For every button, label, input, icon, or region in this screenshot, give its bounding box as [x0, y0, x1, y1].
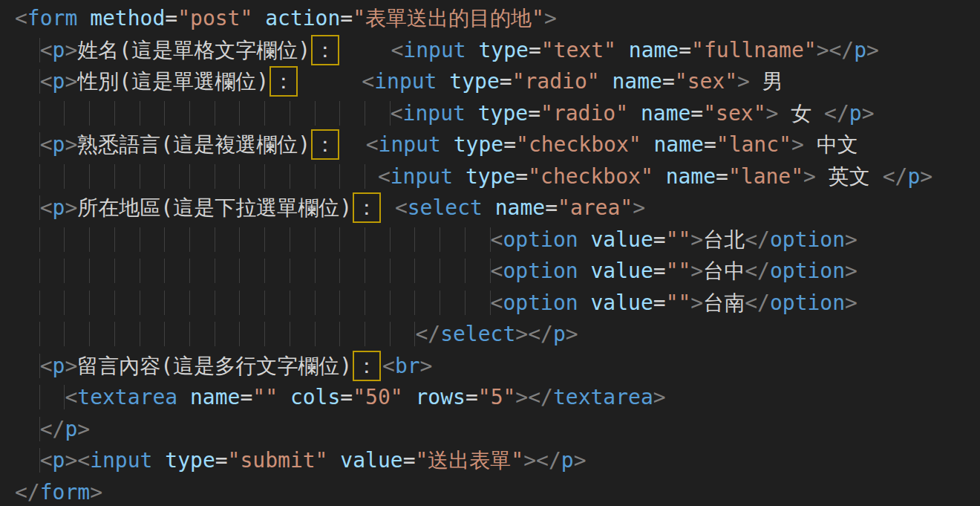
- punctuation-token: <: [491, 227, 503, 252]
- punctuation-token: >: [515, 385, 528, 409]
- tag-name-token: input: [391, 164, 453, 189]
- punctuation-token: >: [566, 322, 578, 346]
- text-content-token: 性別(這是單選欄位): [77, 69, 269, 94]
- string-value-token: "5": [478, 385, 516, 409]
- indent-guides: [15, 195, 40, 220]
- attribute-name-token: rows: [415, 385, 465, 409]
- tag-name-token: input: [90, 448, 152, 473]
- punctuation-token: >: [920, 164, 932, 189]
- code-line: <input type="checkbox" name="lane"> 英文 <…: [15, 161, 980, 193]
- attribute-name-token: type: [165, 448, 215, 473]
- punctuation-token: <: [391, 101, 403, 126]
- punctuation-token: <: [378, 164, 391, 189]
- string-value-token: "checkbox": [516, 132, 641, 157]
- punctuation-token: >: [862, 101, 875, 126]
- tag-name-token: input: [379, 132, 441, 157]
- punctuation-token: >: [737, 69, 750, 94]
- punctuation-token: </: [415, 322, 440, 346]
- equals-token: =: [466, 385, 478, 409]
- attribute-name-token: name: [190, 385, 240, 409]
- punctuation-token: >: [690, 259, 703, 283]
- string-value-token: "lanc": [716, 132, 791, 157]
- equals-token: =: [653, 291, 666, 315]
- text-content-token: [466, 38, 479, 62]
- text-content-token: [382, 195, 395, 220]
- string-value-token: "送出表單": [415, 448, 523, 473]
- indent-guides: [15, 259, 491, 283]
- tag-name-token: input: [374, 69, 437, 94]
- punctuation-token: >: [65, 195, 77, 220]
- equals-token: =: [545, 195, 558, 220]
- punctuation-token: >: [515, 322, 528, 346]
- equals-token: =: [340, 385, 353, 409]
- code-editor[interactable]: <form method="post" action="表單送出的目的地"> <…: [0, 0, 980, 506]
- text-content-token: 姓名(這是單格文字欄位): [77, 38, 310, 62]
- attribute-name-token: value: [590, 259, 653, 283]
- tag-name-token: p: [53, 38, 65, 62]
- punctuation-token: >: [65, 354, 77, 378]
- indent-guides: [15, 227, 491, 252]
- punctuation-token: <: [366, 132, 379, 157]
- tag-name-token: form: [27, 6, 77, 30]
- tag-name-token: select: [408, 195, 483, 220]
- text-content-token: 英文: [816, 164, 883, 189]
- punctuation-token: </: [745, 227, 770, 252]
- attribute-name-token: type: [466, 164, 515, 189]
- indent-guides: [15, 417, 40, 441]
- string-value-token: "": [252, 385, 278, 409]
- tag-name-token: option: [770, 259, 845, 283]
- attribute-name-token: value: [590, 291, 653, 315]
- punctuation-token: <: [362, 69, 374, 94]
- text-content-token: [653, 164, 666, 189]
- tag-name-token: option: [503, 227, 578, 252]
- tag-name-token: input: [403, 101, 466, 126]
- punctuation-token: <: [40, 132, 53, 157]
- indent-guides: [15, 69, 40, 94]
- punctuation-token: >: [65, 69, 77, 94]
- attribute-name-token: type: [449, 69, 499, 94]
- equals-token: =: [716, 164, 728, 189]
- punctuation-token: <: [491, 259, 503, 283]
- string-value-token: "": [666, 259, 691, 283]
- indent-guides: [15, 322, 415, 346]
- string-value-token: "": [666, 227, 691, 252]
- text-content-token: [77, 6, 90, 30]
- text-content-token: [578, 291, 591, 315]
- code-line: <option value="">台中</option>: [15, 256, 980, 288]
- text-content-token: [466, 101, 478, 126]
- tag-name-token: option: [770, 291, 845, 315]
- text-content-token: 台南: [703, 291, 745, 315]
- tag-name-token: p: [561, 448, 574, 473]
- punctuation-token: </: [15, 480, 40, 505]
- punctuation-token: <: [15, 6, 27, 30]
- equals-token: =: [690, 101, 703, 126]
- tag-name-token: input: [403, 38, 466, 62]
- code-line: </form>: [15, 477, 980, 506]
- text-content-token: [441, 132, 454, 157]
- attribute-name-token: value: [340, 448, 402, 473]
- punctuation-token: >: [523, 448, 536, 473]
- punctuation-token: <: [77, 448, 90, 473]
- punctuation-token: >: [845, 259, 858, 283]
- string-value-token: "text": [541, 38, 616, 62]
- equals-token: =: [653, 259, 666, 283]
- punctuation-token: </: [829, 38, 855, 62]
- code-line: <form method="post" action="表單送出的目的地">: [15, 3, 980, 35]
- indent-guides: [15, 448, 40, 473]
- equals-token: =: [165, 6, 177, 30]
- attribute-name-token: name: [666, 164, 716, 189]
- punctuation-token: >: [90, 480, 102, 505]
- string-value-token: "lane": [728, 164, 803, 189]
- equals-token: =: [240, 385, 252, 409]
- punctuation-token: </: [528, 385, 553, 409]
- code-line: <option value="">台南</option>: [15, 288, 980, 320]
- string-value-token: "": [666, 291, 691, 315]
- unicode-highlight-colon: ：: [311, 35, 339, 65]
- tag-name-token: p: [53, 354, 65, 378]
- code-line: <p>性別(這是單選欄位)： <input type="radio" name=…: [15, 66, 980, 98]
- tag-name-token: select: [440, 322, 515, 346]
- text-content-token: 台中: [703, 259, 745, 283]
- unicode-highlight-colon: ：: [353, 351, 381, 381]
- text-content-token: [177, 385, 190, 409]
- punctuation-token: >: [633, 195, 645, 220]
